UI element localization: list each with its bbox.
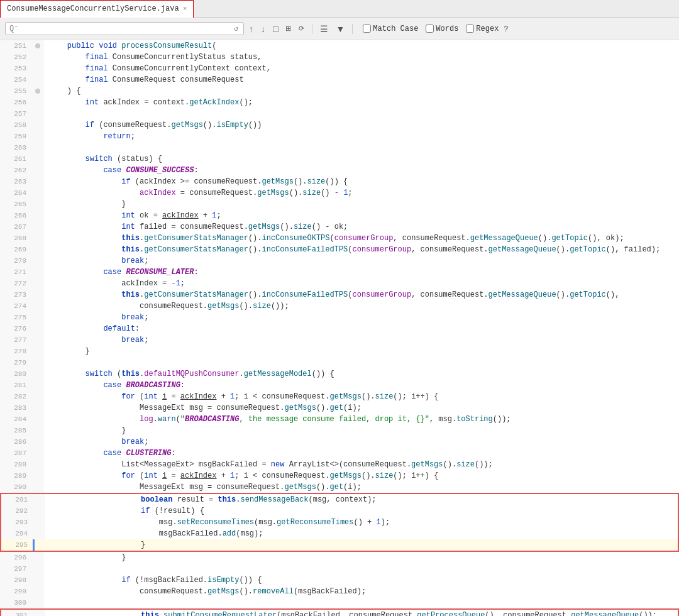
- table-row: 285 }: [0, 425, 679, 436]
- table-row: 300: [0, 597, 679, 608]
- search-bar: Q⁻ ↺ ↑ ↓ □ ⊞ ⟳ ☰ ▼ Match Case Words Rege…: [0, 18, 679, 40]
- table-row: 260: [0, 142, 679, 153]
- table-row: 271 case RECONSUME_LATER:: [0, 267, 679, 278]
- words-label: Words: [436, 25, 458, 33]
- table-row: 282 for (int i = ackIndex + 1; i < consu…: [0, 391, 679, 402]
- table-row: 269 this.getConsumerStatsManager().incCo…: [0, 244, 679, 255]
- table-row: 274 consumeRequest.getMsgs().size());: [0, 300, 679, 312]
- table-row: 289 for (int i = ackIndex + 1; i < consu…: [0, 470, 679, 481]
- words-option[interactable]: Words: [426, 25, 458, 33]
- words-checkbox[interactable]: [426, 25, 434, 33]
- table-row: 273 this.getConsumerStatsManager().incCo…: [0, 289, 679, 300]
- search-icon: Q⁻: [9, 24, 18, 33]
- table-row: 281 case BROADCASTING:: [0, 380, 679, 391]
- table-row: 298 if (!msgBackFailed.isEmpty()) {: [0, 575, 679, 586]
- match-case-label: Match Case: [373, 25, 418, 33]
- table-row: 280 switch (this.defaultMQPushConsumer.g…: [0, 368, 679, 380]
- table-row: 293 msg.setReconsumeTimes(msg.getReconsu…: [0, 517, 679, 528]
- table-row: 299 consumeRequest.getMsgs().removeAll(m…: [0, 586, 679, 597]
- table-row: 264 ackIndex = consumeRequest.getMsgs().…: [0, 187, 679, 199]
- table-row: 301 this.submitConsumeRequestLater(msgBa…: [0, 608, 679, 616]
- table-row: 268 this.getConsumerStatsManager().incCo…: [0, 233, 679, 244]
- table-row: 290 MessageExt msg = consumeRequest.getM…: [0, 481, 679, 493]
- toolbar-separator-2: [352, 24, 353, 34]
- table-row: 253 final ConsumeConcurrentlyContext con…: [0, 63, 679, 74]
- table-row: 291 boolean result = this.sendMessageBac…: [0, 493, 679, 505]
- table-row: 287 case CLUSTERING:: [0, 448, 679, 459]
- table-row: 251 public void processConsumeResult(: [0, 40, 679, 52]
- tab-bar: ConsumeMessageConcurrentlyService.java ×: [0, 0, 679, 18]
- search-prev-button[interactable]: ↑: [246, 23, 256, 35]
- search-input-wrapper: Q⁻ ↺: [5, 22, 244, 35]
- find-in-file-button[interactable]: □: [270, 23, 280, 35]
- table-row: 267 int failed = consumeRequest.getMsgs(…: [0, 221, 679, 233]
- table-row: 266 int ok = ackIndex + 1;: [0, 210, 679, 221]
- regex-option[interactable]: Regex: [466, 25, 499, 33]
- table-row: 283 MessageExt msg = consumeRequest.getM…: [0, 402, 679, 414]
- table-row: 297: [0, 563, 679, 575]
- toolbar-separator: [312, 24, 312, 34]
- table-row: 275 break;: [0, 312, 679, 323]
- regex-checkbox[interactable]: [466, 25, 474, 33]
- table-row: 277 break;: [0, 334, 679, 346]
- search-input[interactable]: [21, 25, 232, 33]
- table-row: 259 return;: [0, 131, 679, 142]
- table-row: 270 break;: [0, 255, 679, 267]
- table-row: 286 break;: [0, 436, 679, 448]
- table-row: 265 }: [0, 199, 679, 210]
- table-row: 252 final ConsumeConcurrentlyStatus stat…: [0, 52, 679, 63]
- table-row: 258 if (consumeRequest.getMsgs().isEmpty…: [0, 119, 679, 131]
- multiline-button[interactable]: ⊞: [283, 23, 294, 34]
- table-row: 294 msgBackFailed.add(msg);: [0, 528, 679, 539]
- help-button[interactable]: ?: [501, 23, 511, 35]
- table-row: 284 log.warn("BROADCASTING, the message …: [0, 414, 679, 425]
- file-tab[interactable]: ConsumeMessageConcurrentlyService.java ×: [0, 0, 194, 18]
- search-next-button[interactable]: ↓: [258, 23, 268, 35]
- table-row: 272 ackIndex = -1;: [0, 278, 679, 289]
- tab-close-button[interactable]: ×: [183, 5, 187, 13]
- filter-button[interactable]: ▼: [333, 23, 347, 35]
- regex-options-button[interactable]: ☰: [317, 23, 331, 35]
- match-case-checkbox[interactable]: [363, 25, 371, 33]
- table-row: 278 }: [0, 346, 679, 357]
- table-row: 262 case CONSUME_SUCCESS:: [0, 165, 679, 176]
- table-row: 276 default:: [0, 323, 679, 334]
- table-row: 279: [0, 357, 679, 368]
- table-row: 296 }: [0, 552, 679, 563]
- table-row: 261 switch (status) {: [0, 153, 679, 165]
- table-row: 256 int ackIndex = context.getAckIndex()…: [0, 97, 679, 108]
- code-editor[interactable]: 251 public void processConsumeResult( 25…: [0, 40, 679, 616]
- table-row: 255 ) {: [0, 85, 679, 97]
- tab-filename: ConsumeMessageConcurrentlyService.java: [7, 4, 179, 13]
- table-row: 257: [0, 108, 679, 119]
- regex-label: Regex: [476, 25, 499, 33]
- code-area: 251 public void processConsumeResult( 25…: [0, 40, 679, 616]
- table-row: 254 final ConsumeRequest consumeRequest: [0, 74, 679, 85]
- table-row: 263 if (ackIndex >= consumeRequest.getMs…: [0, 176, 679, 187]
- table-row: 288 List<MessageExt> msgBackFailed = new…: [0, 459, 679, 470]
- replace-button[interactable]: ⟳: [296, 23, 307, 34]
- clear-search-button[interactable]: ↺: [233, 24, 240, 33]
- table-row: 295 }: [0, 539, 679, 552]
- table-row: 292 if (!result) {: [0, 505, 679, 517]
- match-case-option[interactable]: Match Case: [363, 25, 418, 33]
